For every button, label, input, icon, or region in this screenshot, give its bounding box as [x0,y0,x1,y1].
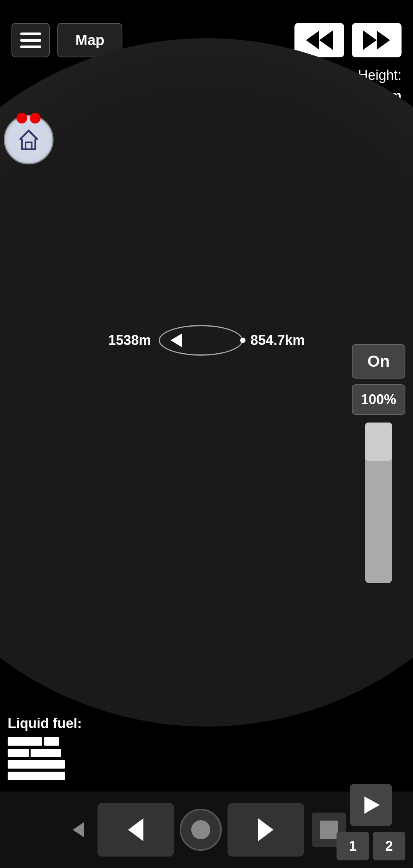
svg-marker-7 [258,818,273,841]
slider-thumb[interactable] [365,423,392,461]
orbit-dot [240,338,246,343]
home-icon [15,126,42,153]
stats-panel: Height: 2496m Velocity: 826.6m/s [343,65,402,154]
fuel-bar-row-4 [8,772,84,780]
fuel-bar-row-1 [8,737,84,746]
orbit-distance-label: 1538m [108,332,151,348]
bottom-right-controls: 1 2 [337,784,405,860]
num2-label: 2 [385,838,393,854]
fastforward-button[interactable] [352,23,402,57]
menu-button[interactable] [11,23,50,57]
stop-button-inner [320,821,338,839]
percent-value: 100% [361,392,396,408]
prev-button[interactable] [98,803,174,857]
fuel-section: Liquid fuel: [8,715,84,780]
on-button[interactable]: On [352,344,405,379]
velocity-value: 826.6m/s [343,136,402,152]
percent-label: 100% [352,384,405,415]
number-buttons: 1 2 [337,832,405,860]
num-button-1[interactable]: 1 [337,832,369,860]
orbit-area: 1538m 854.7km [57,325,356,356]
svg-marker-1 [319,31,333,50]
orbit-ellipse [159,325,243,356]
svg-marker-5 [73,822,84,837]
fuel-label: Liquid fuel: [8,715,84,731]
orbit-arrow [171,333,182,347]
fuel-bar-row-2 [8,749,84,757]
height-value: 2496m [359,88,402,104]
svg-marker-6 [128,818,143,841]
fuel-seg [8,749,29,757]
fuel-bar-row-3 [8,760,84,769]
play-button[interactable] [350,784,392,826]
height-label: Height: [358,67,402,83]
home-marker [4,115,54,164]
fuel-seg [31,749,61,757]
red-dot-1 [16,113,27,124]
velocity-label: Velocity: [350,115,402,131]
fuel-seg [8,737,42,746]
fuel-seg [8,772,65,780]
fuel-bars [8,737,84,780]
num-button-2[interactable]: 2 [373,832,405,860]
throttle-slider[interactable] [365,423,392,583]
center-button-inner [191,820,210,839]
svg-marker-8 [364,796,380,814]
on-button-label: On [367,352,390,371]
svg-marker-3 [377,31,390,50]
center-button[interactable] [180,809,222,851]
fuel-seg [8,760,65,769]
fuel-seg [44,737,59,746]
header-bar: Map [0,23,413,57]
svg-marker-2 [363,31,377,50]
back-arrow-button[interactable] [63,814,94,845]
num1-label: 1 [349,838,356,854]
right-controls: On 100% [352,344,405,583]
svg-marker-0 [306,31,319,50]
rewind-button[interactable] [294,23,344,57]
orbit-km-label: 854.7km [250,332,305,348]
map-button[interactable]: Map [57,23,122,57]
svg-rect-4 [26,142,32,150]
red-dot-2 [30,113,41,124]
next-button[interactable] [228,803,304,857]
map-button-label: Map [75,32,104,49]
